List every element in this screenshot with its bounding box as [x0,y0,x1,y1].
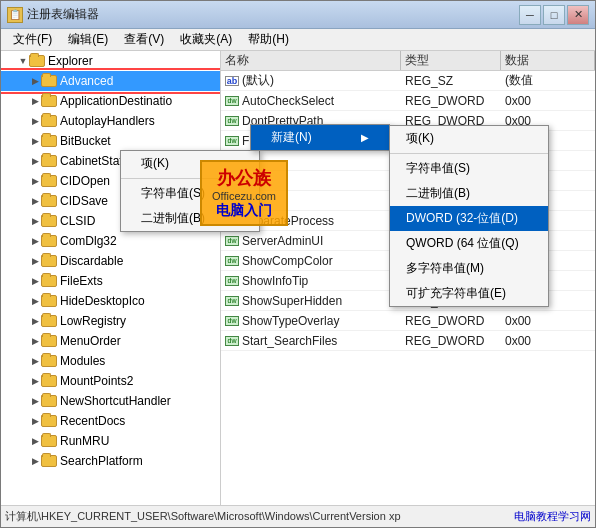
tree-item-autoplay[interactable]: ▶ AutoplayHandlers [1,111,220,131]
folder-icon-mountpoints2 [41,374,57,388]
tree-label-lowregistry: LowRegistry [60,314,126,328]
tree-arrow-discardable: ▶ [29,255,41,267]
tree-item-menuorder[interactable]: ▶ MenuOrder [1,331,220,351]
tree-arrow-searchplatform: ▶ [29,455,41,467]
folder-icon-hidedesktop [41,294,57,308]
tree-item-appdest[interactable]: ▶ ApplicationDestinatio [1,91,220,111]
tree-label-cidopen: CIDOpen [60,174,110,188]
new-parent-menu[interactable]: 新建(N) ▶ 项(K) 字符串值(S) 二进制值(B) DWORD (32 [250,124,390,151]
reg-name-10: dw ShowInfoTip [221,274,401,288]
tree-item-modules[interactable]: ▶ Modules [1,351,220,371]
tree-item-explorer[interactable]: ▼ Explorer [1,51,220,71]
reg-data-13: 0x00 [501,334,595,348]
tree-arrow-comdlg32: ▶ [29,235,41,247]
tree-arrow-advanced: ▶ [29,75,41,87]
column-headers: 名称 类型 数据 [221,51,595,71]
reg-type-12: REG_DWORD [401,314,501,328]
folder-icon-lowregistry [41,314,57,328]
tree-arrow-mountpoints2: ▶ [29,375,41,387]
ctx-item-new-key[interactable]: 项(K) [121,151,259,176]
minimize-button[interactable]: ─ [519,5,541,25]
col-header-data: 数据 [501,51,595,70]
reg-type-13: REG_DWORD [401,334,501,348]
reg-row-13[interactable]: dw Start_SearchFiles REG_DWORD 0x00 [221,331,595,351]
tree-item-recentdocs[interactable]: ▶ RecentDocs [1,411,220,431]
tree-label-newshortcut: NewShortcutHandler [60,394,171,408]
tree-arrow-cidsave: ▶ [29,195,41,207]
ctx-item-binary[interactable]: 二进制值(B) [121,206,259,231]
close-button[interactable]: ✕ [567,5,589,25]
tree-label-explorer: Explorer [48,54,93,68]
reg-icon-dword-9: dw [225,256,239,266]
reg-name-1: dw AutoCheckSelect [221,94,401,108]
folder-icon-clsid [41,214,57,228]
reg-row-0[interactable]: ab (默认) REG_SZ (数值 [221,71,595,91]
col-header-name: 名称 [221,51,401,70]
folder-icon-autoplay [41,114,57,128]
tree-item-lowregistry[interactable]: ▶ LowRegistry [1,311,220,331]
tree-label-mountpoints2: MountPoints2 [60,374,133,388]
tree-arrow-runmru: ▶ [29,435,41,447]
reg-icon-dword-2: dw [225,116,239,126]
col-header-type: 类型 [401,51,501,70]
ctx-item-new-n[interactable]: 新建(N) ▶ 项(K) 字符串值(S) 二进制值(B) DWORD (32 [251,125,389,150]
reg-name-12: dw ShowTypeOverlay [221,314,401,328]
tree-label-clsid: CLSID [60,214,95,228]
tree-label-comdlg32: ComDlg32 [60,234,117,248]
menu-edit[interactable]: 编辑(E) [60,29,116,50]
maximize-button[interactable]: □ [543,5,565,25]
new-submenu[interactable]: 项(K) 字符串值(S) 二进制值(B) DWORD (32-位值(D) QWO… [389,125,549,307]
title-bar: 📋 注册表编辑器 ─ □ ✕ [1,1,595,29]
tree-label-cabinetstate: CabinetState [60,154,129,168]
tree-item-advanced[interactable]: ▶ Advanced [1,71,220,91]
tree-arrow-appdest: ▶ [29,95,41,107]
folder-icon-cidsave [41,194,57,208]
reg-row-12[interactable]: dw ShowTypeOverlay REG_DWORD 0x00 [221,311,595,331]
tree-arrow-explorer: ▼ [17,55,29,67]
folder-icon-modules [41,354,57,368]
reg-row-1[interactable]: dw AutoCheckSelect REG_DWORD 0x00 [221,91,595,111]
menu-help[interactable]: 帮助(H) [240,29,297,50]
tree-panel[interactable]: ▼ Explorer ▶ Advanced ▶ ApplicationDesti… [1,51,221,505]
reg-data-12: 0x00 [501,314,595,328]
tree-item-bitbucket[interactable]: ▶ BitBucket [1,131,220,151]
tree-item-fileexts[interactable]: ▶ FileExts [1,271,220,291]
menu-favorites[interactable]: 收藏夹(A) [172,29,240,50]
status-right: 电脑教程学习网 [514,509,591,524]
sub-item-key[interactable]: 项(K) [390,126,548,151]
reg-name-8: dw ServerAdminUI [221,234,401,248]
reg-data-0: (数值 [501,72,595,89]
tree-arrow-fileexts: ▶ [29,275,41,287]
sub-item-dword[interactable]: DWORD (32-位值(D) [390,206,548,231]
ctx-separator-0 [121,178,259,179]
folder-icon-cidopen [41,174,57,188]
folder-icon-discardable [41,254,57,268]
tree-arrow-recentdocs: ▶ [29,415,41,427]
tree-label-bitbucket: BitBucket [60,134,111,148]
folder-icon [29,54,45,68]
tree-item-mountpoints2[interactable]: ▶ MountPoints2 [1,371,220,391]
parent-context-menu[interactable]: 项(K) 字符串值(S) 二进制值(B) [120,150,260,232]
folder-icon-searchplatform [41,454,57,468]
sub-item-string[interactable]: 字符串值(S) [390,156,548,181]
sub-item-binary[interactable]: 二进制值(B) [390,181,548,206]
sub-item-qword[interactable]: QWORD (64 位值(Q) [390,231,548,256]
new-submenu-parent: 新建(N) ▶ 项(K) 字符串值(S) 二进制值(B) DWORD (32 [250,124,390,151]
menu-view[interactable]: 查看(V) [116,29,172,50]
menu-file[interactable]: 文件(F) [5,29,60,50]
tree-item-comdlg32[interactable]: ▶ ComDlg32 [1,231,220,251]
tree-item-hidedesktop[interactable]: ▶ HideDesktopIco [1,291,220,311]
tree-arrow-modules: ▶ [29,355,41,367]
reg-icon-dword-1: dw [225,96,239,106]
sub-item-expandstring[interactable]: 可扩充字符串值(E) [390,281,548,306]
sub-item-multistring[interactable]: 多字符串值(M) [390,256,548,281]
reg-icon-dword-12: dw [225,316,239,326]
tree-label-runmru: RunMRU [60,434,109,448]
reg-icon-ab-0: ab [225,76,239,86]
tree-item-discardable[interactable]: ▶ Discardable [1,251,220,271]
tree-item-runmru[interactable]: ▶ RunMRU [1,431,220,451]
ctx-item-string[interactable]: 字符串值(S) [121,181,259,206]
folder-icon-cabinetstate [41,154,57,168]
tree-item-searchplatform[interactable]: ▶ SearchPlatform [1,451,220,471]
tree-item-newshortcut[interactable]: ▶ NewShortcutHandler [1,391,220,411]
